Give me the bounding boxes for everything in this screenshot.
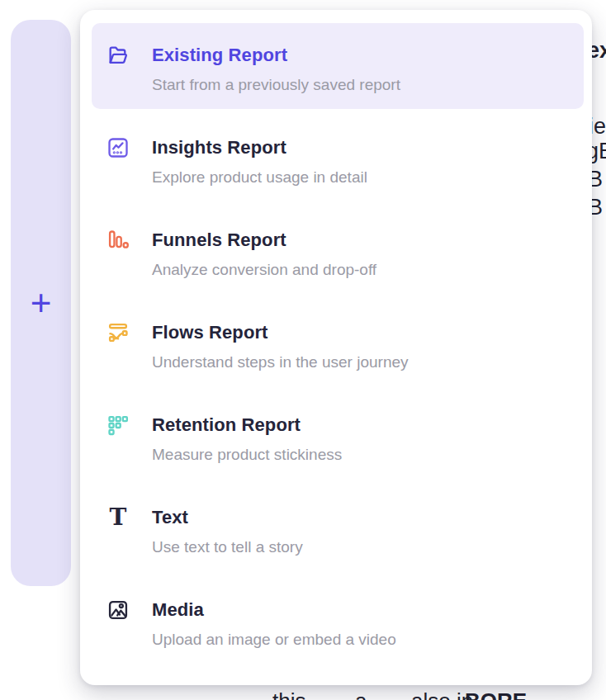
menu-item-description: Measure product stickiness <box>152 445 342 464</box>
insights-chart-icon <box>106 136 130 159</box>
menu-item-existing-report[interactable]: Existing Report Start from a previously … <box>92 23 584 109</box>
menu-item-title: Retention Report <box>152 414 342 436</box>
funnel-bars-icon <box>106 229 130 252</box>
menu-item-description: Analyze conversion and drop-off <box>152 260 376 279</box>
menu-item-title: Flows Report <box>152 321 409 343</box>
bg-text-fragment: a <box>355 688 367 700</box>
bg-text-fragment: BORE <box>465 688 527 700</box>
menu-item-description: Use text to tell a story <box>152 537 303 556</box>
menu-item-flows-report[interactable]: Flows Report Understand steps in the use… <box>92 300 584 386</box>
menu-item-title: Insights Report <box>152 136 367 158</box>
menu-item-retention-report[interactable]: Retention Report Measure product stickin… <box>92 393 584 479</box>
menu-item-title: Funnels Report <box>152 229 376 251</box>
bg-text-fragment: also in <box>411 688 473 700</box>
menu-item-title: Existing Report <box>152 44 400 66</box>
menu-item-description: Start from a previously saved report <box>152 75 400 94</box>
menu-item-title: Text <box>152 506 303 528</box>
retention-grid-icon <box>106 414 130 437</box>
menu-item-title: Media <box>152 598 396 621</box>
menu-item-insights-report[interactable]: Insights Report Explore product usage in… <box>92 116 584 201</box>
bg-text-fragment: this <box>272 688 305 700</box>
flows-icon <box>106 321 130 344</box>
menu-item-description: Upload an image or embed a video <box>152 630 396 649</box>
menu-item-description: Explore product usage in detail <box>152 168 367 187</box>
menu-item-media[interactable]: Media Upload an image or embed a video <box>92 578 584 664</box>
menu-item-funnels-report[interactable]: Funnels Report Analyze conversion and dr… <box>92 208 584 294</box>
plus-icon: + <box>31 285 52 321</box>
add-report-menu: Existing Report Start from a previously … <box>80 10 592 685</box>
add-content-bar[interactable]: + <box>11 20 71 586</box>
menu-item-text[interactable]: T Text Use text to tell a story <box>92 485 584 571</box>
media-image-icon <box>106 598 130 622</box>
folder-open-icon <box>106 44 130 67</box>
menu-item-description: Understand steps in the user journey <box>152 352 409 371</box>
text-icon: T <box>106 506 130 529</box>
